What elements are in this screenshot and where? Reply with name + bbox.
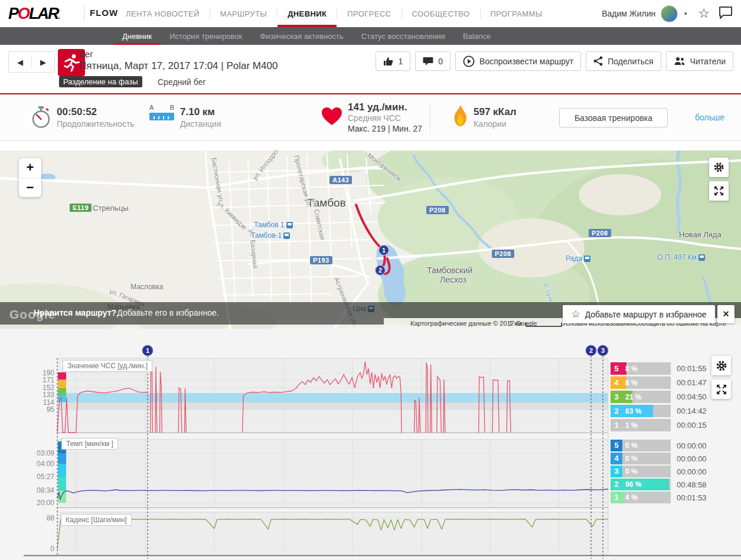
chevron-down-icon[interactable]: ▼ bbox=[683, 11, 688, 17]
chart-fullscreen-button[interactable] bbox=[711, 379, 731, 399]
next-session-button[interactable]: ▶ bbox=[32, 52, 54, 72]
map-zoom-control: + − bbox=[19, 158, 41, 197]
people-icon bbox=[674, 57, 685, 66]
map-transit-label: О.П. 497 Км bbox=[657, 253, 705, 261]
banner-text: Добавьте его в избранное. bbox=[117, 308, 219, 317]
map-street-label: Пролетарская ул. bbox=[293, 155, 312, 208]
thumb-up-icon bbox=[383, 57, 393, 66]
star-icon: ☆ bbox=[571, 308, 580, 320]
add-route-favorite-label: Добавьте маршрут в избранное bbox=[585, 310, 707, 319]
replay-route-button[interactable]: Воспроизвести маршрут bbox=[455, 51, 581, 71]
svg-text:3: 3 bbox=[601, 347, 605, 354]
flame-icon bbox=[452, 105, 468, 131]
top-nav-item-1[interactable]: ЛЕНТА НОВОСТЕЙ bbox=[116, 0, 210, 27]
map-place-label: Стрельцы bbox=[93, 204, 129, 212]
zoom-in-button[interactable]: + bbox=[19, 158, 41, 178]
flow-label[interactable]: FLOW bbox=[90, 8, 118, 18]
share-label: Поделиться bbox=[608, 57, 653, 66]
comment-icon bbox=[423, 57, 433, 66]
route-map[interactable]: 12 ТамбовСтрельцыМасловкаМарьевкаНовая Л… bbox=[0, 150, 741, 329]
train-station-icon bbox=[584, 256, 590, 262]
road-badge: Е119 bbox=[70, 204, 92, 212]
ruler-icon bbox=[149, 112, 174, 123]
scale-label: 1 км bbox=[509, 320, 522, 327]
banner-close-button[interactable]: × bbox=[717, 305, 735, 323]
share-button[interactable]: Поделиться bbox=[586, 51, 661, 71]
session-pager: ◀ ▶ bbox=[8, 51, 55, 73]
comment-count: 0 bbox=[438, 57, 443, 66]
replay-route-label: Воспроизвести маршрут bbox=[479, 57, 573, 66]
sub-nav-item-4[interactable]: Статус восстановления bbox=[352, 27, 454, 45]
train-station-icon bbox=[698, 254, 705, 261]
expand-icon bbox=[713, 185, 724, 197]
svg-text:2: 2 bbox=[589, 347, 593, 354]
train-station-icon bbox=[283, 232, 290, 239]
map-settings-button[interactable] bbox=[709, 158, 729, 177]
hr-minmax: Макс. 219 | Мин. 27 bbox=[348, 124, 422, 133]
transit-label-text: О.П. 497 Км bbox=[657, 253, 697, 261]
map-transit-label: Рада bbox=[566, 254, 590, 263]
share-icon bbox=[593, 56, 603, 66]
hr-chart-title: Значение ЧСС [уд./мин.] bbox=[63, 360, 152, 372]
distance-ab: АВ bbox=[149, 104, 174, 111]
session-note: Средний бег bbox=[158, 77, 206, 87]
heart-icon bbox=[321, 106, 343, 129]
gear-icon bbox=[716, 360, 727, 372]
road-badge: Р208 bbox=[492, 250, 514, 258]
map-street-label: Бастионная ул. bbox=[210, 157, 225, 204]
readers-button[interactable]: Читатели bbox=[666, 51, 733, 71]
sub-nav-item-1[interactable]: Дневник bbox=[113, 27, 161, 45]
map-place-label: Новая Ляда bbox=[679, 230, 722, 239]
top-nav-item-4[interactable]: ПРОГРЕСС bbox=[337, 0, 401, 27]
sub-nav: ДневникИстория тренировокФизическая акти… bbox=[0, 27, 741, 45]
sub-nav-item-2[interactable]: История тренировок bbox=[161, 27, 251, 45]
user-name[interactable]: Вадим Жилин bbox=[602, 9, 655, 18]
hr-avg-label: Средняя ЧСС bbox=[348, 113, 401, 123]
add-route-favorite-button[interactable]: ☆ Добавьте маршрут в избранное bbox=[563, 305, 715, 323]
avatar[interactable] bbox=[661, 5, 678, 22]
stopwatch-icon bbox=[31, 106, 51, 131]
session-subtitle: Пятница, Март 17, 2017 17:04 | Polar M40… bbox=[79, 60, 278, 72]
messages-icon[interactable] bbox=[719, 6, 733, 21]
road-badge: А143 bbox=[329, 176, 352, 184]
transit-label-text: Тамбов 1 bbox=[254, 221, 285, 229]
svg-text:1: 1 bbox=[146, 347, 149, 354]
map-street-label: р. Цна bbox=[543, 282, 555, 303]
chart-settings-button[interactable] bbox=[711, 356, 731, 375]
session-header: ◀ ▶ Бег Пятница, Март 17, 2017 17:04 | P… bbox=[0, 45, 741, 94]
map-street-label: ул. Ипподромная bbox=[251, 150, 289, 181]
train-station-icon bbox=[286, 222, 293, 228]
prev-session-button[interactable]: ◀ bbox=[9, 52, 31, 72]
top-nav-item-5[interactable]: СООБЩЕСТВО bbox=[402, 0, 480, 27]
road-badge: Р193 bbox=[310, 256, 332, 264]
calories-value: 597 кКал bbox=[474, 106, 516, 118]
gear-icon bbox=[713, 162, 724, 173]
map-street-label: ул. Базарная bbox=[248, 229, 259, 268]
user-box: Вадим Жилин ▼ ☆ bbox=[602, 0, 733, 27]
logo-text-rest: LAR bbox=[29, 5, 58, 22]
like-button[interactable]: 1 bbox=[376, 51, 410, 71]
top-nav-item-2[interactable]: МАРШРУТЫ bbox=[210, 0, 277, 27]
favorites-star-icon[interactable]: ☆ bbox=[698, 6, 710, 21]
distance-label: Дистанция bbox=[180, 119, 221, 129]
comments-button[interactable]: 0 bbox=[415, 51, 451, 71]
map-street-label: ул. Киквидзе bbox=[216, 199, 249, 231]
top-nav-item-3[interactable]: ДНЕВНИК bbox=[278, 0, 337, 27]
top-nav-items: ЛЕНТА НОВОСТЕЙМАРШРУТЫДНЕВНИКПРОГРЕСССОО… bbox=[116, 0, 553, 27]
sub-nav-item-3[interactable]: Физическая активность bbox=[251, 27, 352, 45]
training-benefit-button[interactable]: Базовая тренировка bbox=[559, 108, 668, 127]
map-place-label: Тамбовский bbox=[427, 266, 472, 275]
more-link[interactable]: больше bbox=[695, 113, 724, 122]
logo-text: P bbox=[8, 5, 18, 22]
zoom-out-button[interactable]: − bbox=[19, 178, 41, 198]
map-fullscreen-button[interactable] bbox=[709, 181, 729, 201]
google-watermark: Google bbox=[9, 307, 56, 322]
play-icon bbox=[463, 55, 475, 67]
logo-dot: . bbox=[58, 11, 60, 21]
stats-divider bbox=[430, 101, 430, 135]
polar-logo[interactable]: POLAR. bbox=[8, 5, 59, 23]
sub-nav-item-5[interactable]: Balance bbox=[454, 27, 500, 45]
distance-value: 7.10 км bbox=[180, 106, 215, 118]
top-nav-item-6[interactable]: ПРОГРАММЫ bbox=[481, 0, 553, 27]
calories-label: Калории bbox=[474, 119, 506, 129]
